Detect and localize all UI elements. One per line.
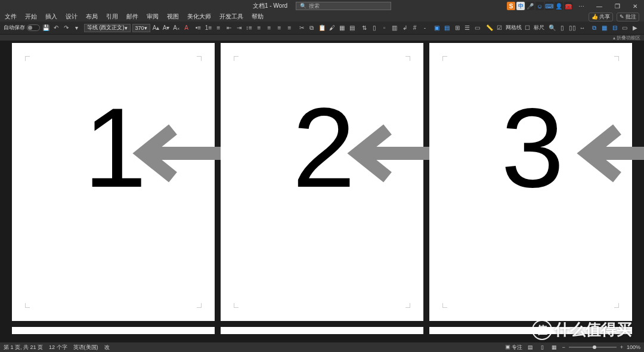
page-number-text: 2 — [292, 91, 352, 204]
ruler-icon[interactable]: 📏 — [485, 24, 494, 32]
menu-references[interactable]: 引用 — [106, 13, 118, 21]
increase-indent-icon[interactable]: ⇥ — [235, 24, 243, 32]
menu-help[interactable]: 帮助 — [252, 13, 264, 21]
menu-review[interactable]: 审阅 — [147, 13, 159, 21]
minimize-button[interactable]: — — [590, 0, 608, 12]
zoom-slider[interactable] — [569, 347, 617, 348]
ruler-checkbox[interactable]: ☐ — [524, 24, 532, 32]
ime-mic-icon[interactable]: 🎤 — [526, 2, 534, 10]
page-5[interactable] — [221, 327, 423, 334]
ribbon: 自动保存 💾 ↶ ↷ ▾ 等线 (西文正文) ▾ 370 ▾ A▴ A▾ Aₓ … — [0, 21, 644, 35]
ime-user-icon[interactable]: 👤 — [555, 2, 563, 10]
outline-icon[interactable]: ☰ — [463, 24, 472, 32]
paste-icon[interactable]: 📋 — [318, 24, 326, 32]
read-mode-icon[interactable]: ▣ — [433, 24, 441, 32]
split-icon[interactable]: ⊟ — [611, 24, 619, 32]
maximize-button[interactable]: ❐ — [608, 0, 626, 12]
columns-icon[interactable]: ▥ — [391, 24, 399, 32]
macros-icon[interactable]: ▶ — [631, 24, 639, 32]
menu-home[interactable]: 开始 — [25, 13, 37, 21]
menu-mailings[interactable]: 邮件 — [126, 13, 138, 21]
status-page[interactable]: 第 1 页, 共 21 页 — [4, 344, 43, 351]
font-name-box[interactable]: 等线 (西文正文) ▾ — [84, 24, 131, 32]
arrange-all-icon[interactable]: ▦ — [600, 24, 609, 32]
multilevel-icon[interactable]: ≡ — [215, 24, 223, 32]
ime-sogou-icon[interactable]: S — [507, 2, 515, 10]
line-numbers-icon[interactable]: # — [411, 24, 419, 32]
qat-dropdown-icon[interactable]: ▾ — [72, 24, 80, 32]
page-1[interactable]: 1 — [12, 43, 215, 321]
zoom-level[interactable]: 100% — [627, 344, 640, 350]
format-painter-icon[interactable]: 🖌 — [328, 24, 336, 32]
multi-page-icon[interactable]: ▯▯ — [568, 24, 577, 32]
autosave-toggle[interactable] — [27, 24, 40, 31]
redo-icon[interactable]: ↷ — [62, 24, 70, 32]
switch-windows-icon[interactable]: ▭ — [621, 24, 629, 32]
text-direction-icon[interactable]: ⇅ — [360, 24, 369, 32]
document-canvas[interactable]: 1 2 3 — [0, 41, 644, 334]
status-language[interactable]: 英语(美国) — [73, 344, 98, 351]
ime-toolbox-icon[interactable]: 🧰 — [564, 2, 572, 10]
web-layout-icon[interactable]: ⊞ — [453, 24, 462, 32]
share-button[interactable]: 👍共享 — [589, 13, 613, 21]
comments-button[interactable]: ✎批注 — [617, 13, 639, 21]
margin-mark-icon — [197, 56, 202, 61]
cut-icon[interactable]: ✂ — [298, 24, 306, 32]
menu-developer[interactable]: 开发工具 — [219, 13, 243, 21]
shrink-font-icon[interactable]: A▾ — [162, 24, 171, 32]
ime-keyboard-icon[interactable]: ⌨ — [545, 2, 553, 10]
ime-emoji-icon[interactable]: ☺ — [535, 2, 544, 10]
close-button[interactable]: ✕ — [626, 0, 644, 12]
menu-layout[interactable]: 布局 — [86, 13, 98, 21]
decrease-indent-icon[interactable]: ⇤ — [225, 24, 233, 32]
align-center-icon[interactable]: ≡ — [265, 24, 274, 32]
web-view-icon[interactable]: ▦ — [550, 344, 558, 351]
align-left-icon[interactable]: ≡ — [255, 24, 264, 32]
menu-beautify[interactable]: 美化大师 — [187, 13, 211, 21]
align-right-icon[interactable]: ≡ — [275, 24, 284, 32]
font-color-icon[interactable]: A — [182, 24, 191, 32]
ime-lang-zh[interactable]: 中 — [516, 2, 525, 10]
hyphenation-icon[interactable]: - — [421, 24, 429, 32]
left-arrow-graphic — [131, 123, 227, 183]
numbering-icon[interactable]: 1≡ — [205, 24, 213, 32]
search-box[interactable]: 🔍 搜索 — [296, 2, 391, 10]
font-size-box[interactable]: 370 ▾ — [132, 24, 150, 32]
read-view-icon[interactable]: ▤ — [526, 344, 534, 351]
draft-icon[interactable]: ▭ — [473, 24, 482, 32]
new-window-icon[interactable]: ⧉ — [590, 24, 599, 32]
page-4[interactable] — [12, 327, 215, 334]
zoom-out-button[interactable]: − — [562, 344, 565, 350]
menu-insert[interactable]: 插入 — [45, 13, 57, 21]
collapse-ribbon-button[interactable]: ▴ 折叠功能区 — [613, 35, 640, 41]
undo-icon[interactable]: ↶ — [52, 24, 60, 32]
print-layout-icon[interactable]: ▤ — [443, 24, 451, 32]
status-overtype[interactable]: 改 — [104, 344, 110, 351]
line-spacing-icon[interactable]: ↕≡ — [245, 24, 253, 32]
size-icon[interactable]: ▫ — [380, 24, 389, 32]
page-3[interactable]: 3 — [429, 43, 632, 321]
shading-icon[interactable]: ▤ — [348, 24, 357, 32]
print-view-icon[interactable]: ▯ — [538, 344, 546, 351]
menu-view[interactable]: 视图 — [167, 13, 179, 21]
window-options-button[interactable]: ⋯ — [572, 0, 590, 12]
clear-format-icon[interactable]: Aₓ — [172, 24, 181, 32]
bullets-icon[interactable]: •≡ — [194, 24, 203, 32]
save-icon[interactable]: 💾 — [42, 24, 50, 32]
gridlines-checkbox[interactable]: ☑ — [496, 24, 504, 32]
copy-icon[interactable]: ⧉ — [308, 24, 316, 32]
page-width-icon[interactable]: ↔ — [578, 24, 587, 32]
zoom-in-button[interactable]: + — [620, 344, 623, 350]
menu-file[interactable]: 文件 — [5, 13, 17, 21]
grow-font-icon[interactable]: A▴ — [152, 24, 160, 32]
breaks-icon[interactable]: ↲ — [401, 24, 409, 32]
borders-icon[interactable]: ▦ — [338, 24, 346, 32]
focus-mode-button[interactable]: ▣ 专注 — [505, 344, 523, 351]
justify-icon[interactable]: ≡ — [286, 24, 294, 32]
one-page-icon[interactable]: ▯ — [558, 24, 566, 32]
orientation-icon[interactable]: ▯ — [370, 24, 379, 32]
menu-design[interactable]: 设计 — [66, 13, 78, 21]
status-words[interactable]: 12 个字 — [49, 344, 67, 351]
page-2[interactable]: 2 — [221, 43, 423, 321]
zoom-icon[interactable]: 🔍 — [548, 24, 556, 32]
